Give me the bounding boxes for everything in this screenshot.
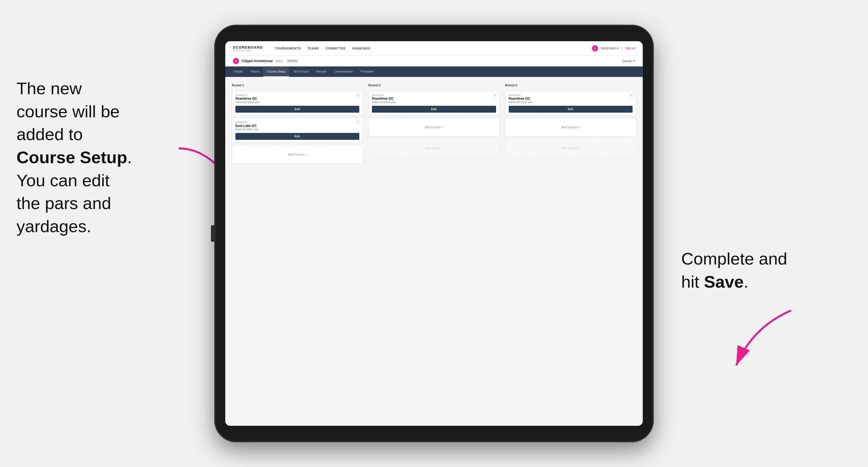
round1-course-b-label: (Course B) [236, 121, 359, 124]
round2-course-a-details: Yellow (M) (6629 yds) [372, 101, 496, 103]
nav-tournaments[interactable]: TOURNAMENTS [275, 45, 301, 51]
logo-subtitle: Powered by clippd [233, 50, 263, 51]
cancel-button[interactable]: Cancel ✕ [622, 59, 635, 63]
tablet-side-button [211, 225, 214, 242]
round1-course-a-edit[interactable]: Edit [236, 106, 359, 113]
round3-add-course-text: Add Course + [561, 126, 580, 129]
round2-add-course-2-text: Add Course + [425, 147, 443, 150]
sign-out-link[interactable]: Sign out [625, 47, 635, 50]
round1-course-b-name: East Lake GC [236, 124, 359, 128]
round-2-label: Round 2 [368, 84, 499, 87]
right-arrow [720, 300, 802, 382]
tablet: SCOREBOARD Powered by clippd TOURNAMENTS… [214, 25, 654, 442]
round2-add-course[interactable]: Add Course + [368, 118, 499, 136]
round1-course-a-details: Yellow (M) (6629 yds) [236, 101, 359, 103]
user-email: blair@clippd.io [601, 47, 619, 50]
round2-course-a-edit[interactable]: Edit [372, 106, 496, 113]
round1-course-b-edit[interactable]: Edit [236, 133, 359, 140]
tab-details[interactable]: Details [229, 66, 247, 77]
round2-course-a-name: Peachtree GC [372, 97, 496, 100]
tab-results[interactable]: Results [313, 66, 331, 77]
logo-area: SCOREBOARD Powered by clippd [233, 45, 263, 51]
tablet-screen: SCOREBOARD Powered by clippd TOURNAMENTS… [225, 41, 643, 426]
round-1-column: Round 1 ✕ (Course A) Peachtree GC Yellow… [232, 84, 363, 164]
user-avatar: B [592, 45, 598, 51]
round3-course-a-edit[interactable]: Edit [509, 106, 632, 113]
round-2-column: Round 2 ✕ (Course A) Peachtree GC Yellow… [368, 84, 499, 164]
round3-course-a-label: (Course A) [509, 94, 632, 96]
nav-teams[interactable]: TEAMS [307, 45, 319, 51]
main-content: Round 1 ✕ (Course A) Peachtree GC Yellow… [225, 77, 643, 426]
tournament-bar: C Clippd Invitational (Men) Hosting Canc… [225, 56, 643, 66]
round3-add-course[interactable]: Add Course + [505, 118, 636, 136]
round1-course-a-label: (Course A) [236, 94, 359, 96]
nav-right: B blair@clippd.io | Sign out [592, 45, 635, 51]
round-3-label: Round 3 [505, 84, 636, 87]
left-annotation: The new course will be added to Course S… [17, 77, 176, 238]
tab-tee-groups[interactable]: Tee Groups [289, 66, 313, 77]
round1-course-a-name: Peachtree GC [236, 97, 359, 100]
round1-course-a-delete[interactable]: ✕ [356, 93, 361, 97]
round1-add-course[interactable]: Add Course + [232, 145, 363, 164]
round3-course-a-name: Peachtree GC [509, 97, 632, 100]
tab-leaderboards[interactable]: Leaderboards [331, 66, 357, 77]
sub-tabs: Details Teams Course Setup Tee Groups Re… [225, 66, 643, 77]
tournament-name: Clippd Invitational [242, 59, 273, 63]
tab-printables[interactable]: Printables [357, 66, 378, 77]
round1-add-course-text: Add Course + [288, 153, 307, 156]
hosting-badge: Hosting [286, 59, 299, 63]
round3-course-a-details: Yellow (M) (6629 yds) [509, 101, 632, 103]
round1-course-b-delete[interactable]: ✕ [356, 120, 361, 125]
round2-add-course-2: Add Course + [368, 139, 499, 157]
round1-course-a-card: ✕ (Course A) Peachtree GC Yellow (M) (66… [232, 91, 363, 116]
round-1-label: Round 1 [232, 84, 363, 87]
nav-separator: | [622, 47, 622, 50]
tab-course-setup[interactable]: Course Setup [263, 66, 289, 77]
logo-scoreboard: SCOREBOARD [233, 45, 263, 50]
tournament-type: (Men) [276, 59, 283, 63]
top-nav: SCOREBOARD Powered by clippd TOURNAMENTS… [225, 41, 643, 56]
right-annotation: Complete and hit Sign outSave. [681, 247, 813, 293]
nav-links: TOURNAMENTS TEAMS COMMITTEE RANKINGS [275, 45, 583, 51]
round-3-column: Round 3 ✕ (Course A) Peachtree GC Yellow… [505, 84, 636, 164]
round2-course-a-label: (Course A) [372, 94, 496, 96]
round3-course-a-card: ✕ (Course A) Peachtree GC Yellow (M) (66… [505, 91, 636, 116]
round1-course-b-card: ✕ (Course B) East Lake GC Black (M) (689… [232, 118, 363, 143]
round2-course-a-card: ✕ (Course A) Peachtree GC Yellow (M) (66… [368, 91, 499, 116]
nav-rankings[interactable]: RANKINGS [352, 45, 370, 51]
tournament-logo: C [233, 58, 239, 64]
round1-course-b-details: Black (M) (6891 yds) [236, 128, 359, 131]
round2-course-a-delete[interactable]: ✕ [493, 93, 497, 97]
round2-add-course-text: Add Course + [425, 126, 443, 129]
round3-course-a-delete[interactable]: ✕ [629, 93, 634, 97]
nav-committee[interactable]: COMMITTEE [326, 45, 346, 51]
rounds-grid: Round 1 ✕ (Course A) Peachtree GC Yellow… [232, 84, 636, 164]
round3-add-course-2-text: Add Course + [561, 147, 580, 150]
tab-teams[interactable]: Teams [247, 66, 263, 77]
round3-add-course-2: Add Course + [505, 139, 636, 157]
